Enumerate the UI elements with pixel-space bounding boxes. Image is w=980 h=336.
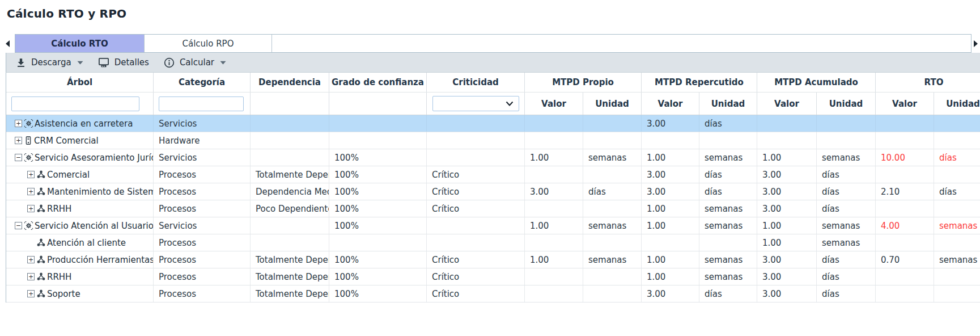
subheader-valor: Valor (525, 93, 583, 115)
categoria-cell: Procesos (154, 183, 251, 200)
mtpd-acumulado-valor-cell (757, 132, 817, 149)
calcular-button[interactable]: Calcular (156, 53, 234, 72)
table-row[interactable]: +CRM ComercialHardware (6, 132, 980, 149)
column-header-arbol: Árbol (6, 73, 154, 92)
process-icon (36, 187, 46, 196)
mtpd-propio-unidad-cell: días (583, 183, 642, 200)
mtpd-propio-valor-cell (525, 268, 583, 285)
descarga-button[interactable]: Descarga (9, 53, 91, 72)
criticidad-cell: Crítico (427, 200, 525, 217)
dependencia-cell: Totalmente Dependiente (251, 251, 329, 268)
tree-cell: +CRM Comercial (6, 132, 154, 149)
expand-button[interactable]: + (27, 256, 35, 263)
grado-confianza-cell: 100% (329, 183, 427, 200)
criticidad-filter-select[interactable] (432, 96, 519, 111)
tab-calculo-rpo[interactable]: Cálculo RPO (145, 35, 272, 52)
criticidad-cell: Crítico (427, 183, 525, 200)
expand-button[interactable]: + (27, 273, 35, 280)
table-row[interactable]: −Servicio Asesoramiento JurídicoServicio… (6, 149, 980, 166)
mtpd-propio-unidad-cell (583, 285, 642, 302)
mtpd-acumulado-unidad-cell: semanas (817, 234, 876, 251)
table-row[interactable]: +SoporteProcesosTotalmente Dependiente10… (6, 285, 980, 303)
expand-button[interactable]: + (15, 120, 22, 127)
criticidad-cell (427, 115, 525, 132)
mtpd-acumulado-unidad-cell: semanas (817, 149, 876, 166)
monitor-icon (98, 57, 109, 68)
table-row[interactable]: +Mantenimiento de SistemasProcesosDepend… (6, 183, 980, 200)
categoria-cell: Procesos (154, 285, 251, 302)
subheader-unidad: Unidad (817, 93, 876, 115)
expand-button[interactable]: + (27, 188, 35, 195)
rto-unidad-cell: días (934, 149, 980, 166)
tree-node-label: Soporte (47, 289, 80, 299)
process-icon (36, 238, 46, 247)
expand-button[interactable]: + (27, 205, 35, 212)
column-header-mtpd-repercutido: MTPD Repercutido (642, 73, 757, 92)
expand-button[interactable]: + (27, 171, 35, 178)
tree-cell: +Soporte (6, 285, 154, 302)
process-icon (36, 170, 46, 179)
process-icon (36, 289, 46, 299)
dependencia-cell (251, 132, 329, 149)
mtpd-repercutido-unidad-cell: días (699, 285, 757, 302)
collapse-button[interactable]: − (15, 154, 22, 161)
rto-unidad-cell: semanas (934, 251, 980, 268)
table-row[interactable]: +Producción HerramientasProcesosTotalmen… (6, 251, 980, 268)
mtpd-repercutido-valor-cell: 3.00 (642, 285, 699, 302)
categoria-cell: Servicios (154, 149, 251, 166)
mtpd-propio-valor-cell: 1.00 (525, 149, 583, 166)
column-header-criticidad: Criticidad (427, 73, 525, 92)
rto-unidad-cell (934, 132, 980, 149)
dependencia-cell (251, 234, 329, 251)
column-header-mtpd-propio: MTPD Propio (525, 73, 642, 92)
tree-node-label: Servicio Atención al Usuario (35, 221, 153, 231)
tabs-area: Cálculo RTO Cálculo RPO (15, 34, 971, 53)
tree-node-label: Mantenimiento de Sistemas (47, 187, 153, 197)
mtpd-propio-valor-cell (525, 132, 583, 149)
mtpd-repercutido-valor-cell: 1.00 (642, 217, 699, 234)
rto-unidad-cell (934, 200, 980, 217)
mtpd-acumulado-unidad-cell: días (817, 251, 876, 268)
table-row[interactable]: Atención al clienteProcesos1.00semanas (6, 234, 980, 251)
tree-cell: +Comercial (6, 166, 154, 183)
arbol-filter-input[interactable] (11, 96, 139, 111)
column-header-grado-de-confianza: Grado de confianza (329, 73, 427, 92)
mtpd-propio-valor-cell (525, 234, 583, 251)
categoria-cell: Servicios (154, 217, 251, 234)
tab-calculo-rto[interactable]: Cálculo RTO (15, 35, 145, 52)
grado-confianza-cell: 100% (329, 285, 427, 302)
detalles-button[interactable]: Detalles (91, 53, 156, 72)
table-row[interactable]: +RRHHProcesosTotalmente Dependiente100%C… (6, 268, 980, 285)
mtpd-propio-unidad-cell (583, 115, 642, 132)
mtpd-propio-unidad-cell (583, 132, 642, 149)
grado-confianza-cell (329, 132, 427, 149)
tabs-scroll-right-button[interactable] (971, 34, 980, 53)
expand-button[interactable]: + (27, 290, 35, 297)
mtpd-repercutido-valor-cell (642, 234, 699, 251)
mtpd-acumulado-valor-cell: 3.00 (757, 251, 817, 268)
categoria-cell: Hardware (154, 132, 251, 149)
mtpd-repercutido-valor-cell: 3.00 (642, 166, 699, 183)
categoria-cell: Procesos (154, 268, 251, 285)
collapse-button[interactable]: − (15, 222, 22, 229)
table-row[interactable]: +Asistencia en carreteraServicios3.00día… (6, 115, 980, 132)
rto-unidad-cell (934, 234, 980, 251)
table-row[interactable]: +ComercialProcesosTotalmente Dependiente… (6, 166, 980, 183)
tree-cell: −Servicio Atención al Usuario (6, 217, 154, 234)
detalles-label: Detalles (114, 57, 149, 68)
table-row[interactable]: −Servicio Atención al UsuarioServicios10… (6, 217, 980, 234)
mtpd-acumulado-valor-cell: 3.00 (757, 200, 817, 217)
tabs-scroll-left-button[interactable] (0, 34, 15, 53)
table-row[interactable]: +RRHHProcesosPoco Dependiente100%Crítico… (6, 200, 980, 217)
chevron-down-icon (220, 61, 226, 65)
mtpd-acumulado-valor-cell: 3.00 (757, 183, 817, 200)
rto-valor-cell: 0.70 (876, 251, 934, 268)
subheader-valor: Valor (642, 93, 699, 115)
expand-button[interactable]: + (15, 137, 22, 144)
categoria-filter-input[interactable] (159, 96, 244, 111)
mtpd-repercutido-unidad-cell: semanas (699, 251, 757, 268)
dependencia-filter-cell (251, 93, 329, 115)
rto-unidad-cell: días (934, 183, 980, 200)
rto-valor-cell (876, 166, 934, 183)
mtpd-acumulado-unidad-cell: días (817, 183, 876, 200)
